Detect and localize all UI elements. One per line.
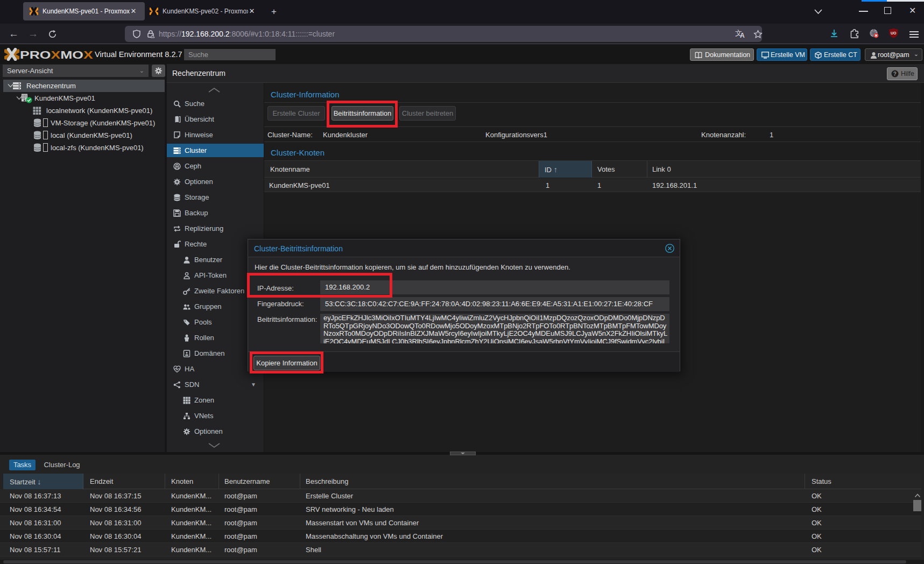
svg-text:?: ? — [893, 71, 897, 77]
svg-text:UO: UO — [891, 31, 897, 35]
